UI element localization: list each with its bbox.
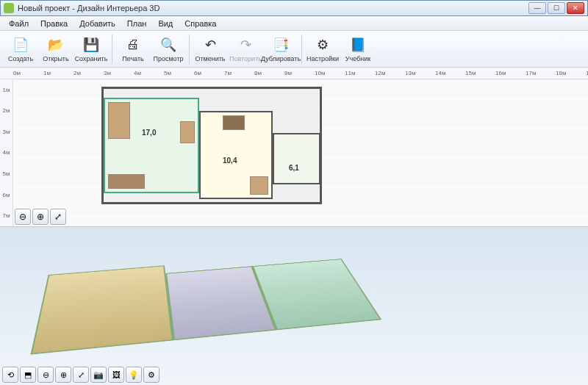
ruler-tick: 4м (134, 70, 164, 76)
ruler-tick: 11м (345, 70, 375, 76)
ruler-tick: 13м (405, 70, 435, 76)
toolbar-настройки[interactable]: ⚙Настройки (305, 32, 340, 66)
ruler-tick: 3м (3, 129, 10, 135)
ruler-tick: 2м (74, 70, 104, 76)
camera-button[interactable]: 📷 (90, 367, 107, 383)
zoom-in-3d-button[interactable]: ⊕ (55, 367, 71, 383)
menu-help[interactable]: Справка (179, 18, 222, 29)
room-2-area: 10,4 (223, 156, 237, 165)
ruler-tick: 15м (465, 70, 495, 76)
toolbar-отменить[interactable]: ↶Отменить (193, 32, 228, 66)
menu-view[interactable]: Вид (152, 18, 179, 29)
toolbar-separator (112, 35, 112, 64)
ruler-tick: 18м (556, 70, 586, 76)
canvas-area: 0м1м2м3м4м5м6м7м8м9м10м11м12м13м14м15м16… (0, 68, 588, 385)
ruler-tick: 7м (3, 212, 10, 219)
toolbar-label: Дублировать (261, 55, 301, 62)
furniture-item[interactable] (250, 176, 268, 195)
close-button[interactable]: ✕ (567, 2, 584, 14)
ruler-tick: 3м (104, 70, 134, 76)
plan-2d-canvas[interactable]: 17,0 10,4 6,1 ⊖ ⊕ (13, 79, 588, 226)
ruler-tick: 8м (254, 70, 284, 76)
ruler-tick: 0м (13, 70, 43, 76)
plan-zoom-tools: ⊖ ⊕ ⤢ (15, 209, 66, 225)
furniture-item[interactable] (108, 174, 145, 189)
toolbar-label: Повторить (229, 55, 262, 62)
toolbar-label: Просмотр (153, 55, 183, 62)
rotate-button[interactable]: ⟲ (2, 367, 18, 383)
room-1-area: 17,0 (142, 129, 156, 137)
floorplan: 17,0 10,4 6,1 (101, 87, 322, 204)
ruler-tick: 4м (3, 149, 10, 156)
light-button[interactable]: 💡 (126, 367, 142, 383)
ruler-tick: 17м (526, 70, 556, 76)
дублировать-icon: 📑 (272, 36, 290, 54)
zoom-in-button[interactable]: ⊕ (32, 209, 49, 225)
учебник-icon: 📘 (349, 36, 367, 54)
toolbar-label: Открыть (43, 55, 68, 62)
ruler-tick: 1м (43, 70, 74, 76)
toolbar-создать[interactable]: 📄Создать (3, 32, 38, 66)
maximize-button[interactable]: ☐ (548, 2, 565, 14)
menu-add[interactable]: Добавить (74, 18, 121, 29)
ruler-tick: 9м (284, 70, 315, 76)
toolbar-печать[interactable]: 🖨Печать (115, 32, 151, 66)
toolbar-повторить[interactable]: ↷Повторить (228, 32, 263, 66)
zoom-fit-3d-button[interactable]: ⤢ (73, 367, 89, 383)
iso-floor (28, 251, 389, 367)
main: 0м1м2м3м4м5м6м7м8м9м10м11м12м13м14м15м16… (0, 68, 588, 385)
ruler-tick: 6м (3, 192, 10, 198)
iso-room-1 (30, 265, 173, 354)
room-2[interactable]: 10,4 (199, 111, 273, 199)
повторить-icon: ↷ (237, 36, 254, 54)
furniture-item[interactable] (180, 121, 195, 143)
ruler-tick: 16м (495, 70, 526, 76)
window-controls: — ☐ ✕ (528, 2, 584, 14)
zoom-out-3d-button[interactable]: ⊖ (37, 367, 54, 383)
просмотр-icon: 🔍 (159, 36, 177, 54)
toolbar-учебник[interactable]: 📘Учебник (340, 32, 376, 66)
plan-2d-row: 1м2м3м4м5м6м7м 17,0 10,4 6,1 (0, 79, 588, 226)
room-3-area: 6,1 (289, 164, 299, 172)
toolbar-separator (301, 35, 302, 64)
настройки-icon: ⚙ (314, 36, 331, 54)
menu-file[interactable]: Файл (3, 18, 35, 29)
ruler-vertical: 1м2м3м4м5м6м7м (0, 79, 13, 226)
toolbar-label: Создать (8, 55, 33, 62)
app-icon (4, 3, 14, 13)
открыть-icon: 📂 (47, 36, 65, 54)
toolbar-дублировать[interactable]: 📑Дублировать (263, 32, 298, 66)
ruler-tick: 7м (224, 70, 254, 76)
toolbar-сохранить[interactable]: 💾Сохранить (74, 32, 109, 66)
toolbar-открыть[interactable]: 📂Открыть (38, 32, 74, 66)
menubar: Файл Правка Добавить План Вид Справка (0, 16, 588, 31)
snapshot-button[interactable]: 🖼 (108, 367, 124, 383)
settings-3d-button[interactable]: ⚙ (143, 367, 159, 383)
ruler-tick: 2м (3, 107, 10, 114)
ruler-tick: 14м (435, 70, 465, 76)
view-3d[interactable]: ⟲ ⬒ ⊖ ⊕ ⤢ 📷 🖼 💡 ⚙ Прозрачные стены 🎥 Вир… (0, 226, 588, 385)
toolbar-separator (189, 35, 190, 64)
minimize-button[interactable]: — (528, 2, 546, 14)
ruler-tick: 12м (375, 70, 405, 76)
toolbar-label: Отменить (195, 55, 225, 62)
furniture-item[interactable] (108, 102, 130, 139)
toolbar-просмотр[interactable]: 🔍Просмотр (151, 32, 186, 66)
сохранить-icon: 💾 (82, 36, 100, 54)
toolbar-label: Печать (122, 55, 143, 62)
view-top-button[interactable]: ⬒ (20, 367, 36, 383)
menu-plan[interactable]: План (121, 18, 153, 29)
ruler-horizontal: 0м1м2м3м4м5м6м7м8м9м10м11м12м13м14м15м16… (0, 68, 588, 79)
zoom-out-button[interactable]: ⊖ (15, 209, 31, 225)
furniture-item[interactable] (223, 115, 245, 130)
menu-edit[interactable]: Правка (35, 18, 74, 29)
zoom-fit-button[interactable]: ⤢ (50, 209, 66, 225)
room-1[interactable]: 17,0 (104, 98, 199, 193)
window-title: Новый проект - Дизайн Интерьера 3D (18, 4, 528, 12)
ruler-tick: 5м (164, 70, 194, 76)
view3d-tools: ⟲ ⬒ ⊖ ⊕ ⤢ 📷 🖼 💡 ⚙ (2, 367, 159, 383)
room-3[interactable]: 6,1 (273, 133, 320, 184)
toolbar: 📄Создать📂Открыть💾Сохранить🖨Печать🔍Просмо… (0, 31, 588, 68)
ruler-tick: 5м (3, 170, 10, 177)
печать-icon: 🖨 (124, 36, 142, 54)
